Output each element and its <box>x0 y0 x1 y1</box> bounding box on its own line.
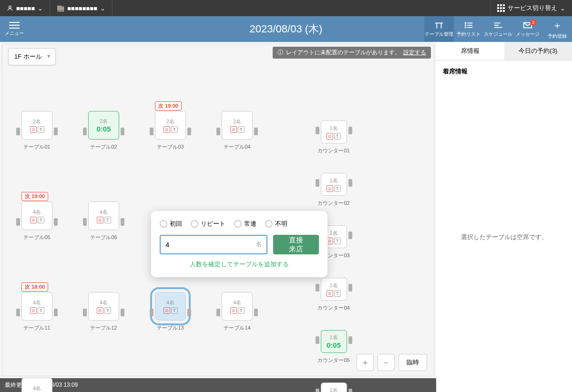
radio-regular[interactable]: 常連 <box>234 220 256 228</box>
guest-count-field[interactable]: 名 <box>160 235 267 254</box>
counter-c04[interactable]: 1名⊘❣カウンター04 <box>317 278 350 312</box>
floor-select[interactable]: 1F ホール <box>8 48 56 65</box>
table-t03[interactable]: 次 19:002名⊘❣テーブル03 <box>150 111 191 151</box>
svg-point-0 <box>9 6 11 8</box>
tab-seat-info[interactable]: 席情報 <box>436 42 504 60</box>
topbar: ■■■■■ ⌄ 🏬 ■■■■■■■■ ⌄ サービス切り替え ⌄ <box>0 0 572 16</box>
counter-c05[interactable]: 1名0:05カウンター05 <box>317 330 350 364</box>
service-switch[interactable]: サービス切り替え ⌄ <box>490 0 572 16</box>
menu-button[interactable]: メニュー <box>0 22 29 37</box>
table-label: テーブル12 <box>83 324 124 332</box>
table-t14[interactable]: 4名⊘❣テーブル14 <box>217 292 257 332</box>
next-tag: 次 18:00 <box>21 282 48 291</box>
nav-messages[interactable]: 2 メッセージ <box>513 16 542 42</box>
radio-unknown[interactable]: 不明 <box>265 220 287 228</box>
table-t01[interactable]: 2名⊘❣テーブル01 <box>17 111 57 151</box>
radio-first[interactable]: 初回 <box>160 220 182 228</box>
table-t05[interactable]: 次 19:004名⊘❣テーブル05 <box>17 201 57 241</box>
statusbar: 最終更新：2023/08/03 13:09 <box>0 378 436 392</box>
temp-button[interactable]: 臨時 <box>398 354 427 371</box>
table-label: テーブル14 <box>217 324 257 332</box>
table-icon <box>434 20 444 30</box>
zoom-out-button[interactable]: － <box>378 354 395 371</box>
svg-point-3 <box>465 27 466 28</box>
counter-c06[interactable]: 1名⊘❣ <box>317 382 350 392</box>
table-t04[interactable]: 2名⊘❣テーブル04 <box>217 111 257 151</box>
table-label: テーブル05 <box>17 234 57 241</box>
counter-c01[interactable]: 1名⊘❣カウンター01 <box>317 121 350 154</box>
store-icon: 🏬 <box>57 5 64 12</box>
counter-label: カウンター01 <box>317 147 350 154</box>
table-t11[interactable]: 次 18:004名⊘❣テーブル11 <box>17 292 57 332</box>
warning-settings-link[interactable]: 設定する <box>403 49 426 57</box>
counter-label: カウンター04 <box>317 304 350 312</box>
user-menu[interactable]: ■■■■■ ⌄ <box>0 0 50 16</box>
radio-repeat[interactable]: リピート <box>191 220 225 228</box>
svg-point-1 <box>465 23 466 24</box>
table-t06[interactable]: 4名⊘❣テーブル06 <box>83 201 124 241</box>
walkin-popup: 初回 リピート 常連 不明 名 直接来店 人数を確定してテーブルを追加する <box>151 211 327 277</box>
nav-reservation-list[interactable]: 予約リスト <box>454 16 483 42</box>
layout-warning: ⓘ レイアウトに未配置のテーブルがあります。 設定する <box>273 47 431 59</box>
counter-c02[interactable]: 1名⊘❣カウンター02 <box>317 173 350 207</box>
page-title: 2023/08/03 (木) <box>250 22 323 36</box>
table-label: テーブル01 <box>17 143 57 151</box>
hamburger-icon <box>0 22 29 29</box>
tab-today-reservations[interactable]: 今日の予約(3) <box>504 42 572 60</box>
plus-icon: ＋ <box>552 19 562 32</box>
table-t13[interactable]: 4名⊘❣テーブル13 <box>150 292 191 332</box>
counter-label: カウンター02 <box>317 200 350 207</box>
svg-point-2 <box>465 25 466 26</box>
table-label: テーブル06 <box>83 234 124 241</box>
add-table-link[interactable]: 人数を確定してテーブルを追加する <box>160 260 319 269</box>
list-icon <box>463 20 474 30</box>
table-label: テーブル03 <box>150 143 191 151</box>
counter-label: カウンター05 <box>317 357 350 364</box>
nav-table-mgmt[interactable]: テーブル管理 <box>424 16 454 42</box>
info-icon: ⓘ <box>277 49 283 57</box>
table-t12[interactable]: 4名⊘❣テーブル12 <box>83 292 124 332</box>
grid-icon <box>497 4 505 12</box>
guest-count-input[interactable] <box>165 241 256 249</box>
table-label: テーブル13 <box>150 324 191 332</box>
seat-info-empty: 選択したテーブルは空席です。 <box>436 82 572 392</box>
titlebar: メニュー 2023/08/03 (木) テーブル管理 予約リスト スケジュール … <box>0 16 572 42</box>
walkin-button[interactable]: 直接来店 <box>273 235 319 254</box>
next-tag: 次 19:00 <box>21 192 48 201</box>
sidebar: 席情報 今日の予約(3) 着席情報 選択したテーブルは空席です。 <box>436 42 572 392</box>
nav-schedule[interactable]: スケジュール <box>483 16 513 42</box>
zoom-in-button[interactable]: ＋ <box>357 354 374 371</box>
store-menu[interactable]: 🏬 ■■■■■■■■ ⌄ <box>50 0 112 16</box>
user-icon <box>7 5 13 11</box>
seat-info-heading: 着席情報 <box>436 60 572 82</box>
nav-new-reservation[interactable]: ＋ 予約登録 <box>542 16 572 42</box>
table-label: テーブル11 <box>17 324 57 332</box>
table-t15[interactable]: 4名⊘❣ <box>17 378 57 392</box>
schedule-icon <box>493 20 503 30</box>
table-label: テーブル04 <box>217 143 257 151</box>
table-label: テーブル02 <box>83 143 124 151</box>
next-tag: 次 19:00 <box>155 101 182 111</box>
table-t02[interactable]: 2名0:05テーブル02 <box>83 111 124 151</box>
floor-area: ⓘ レイアウトに未配置のテーブルがあります。 設定する 1F ホール 初回 リピ… <box>2 44 434 376</box>
